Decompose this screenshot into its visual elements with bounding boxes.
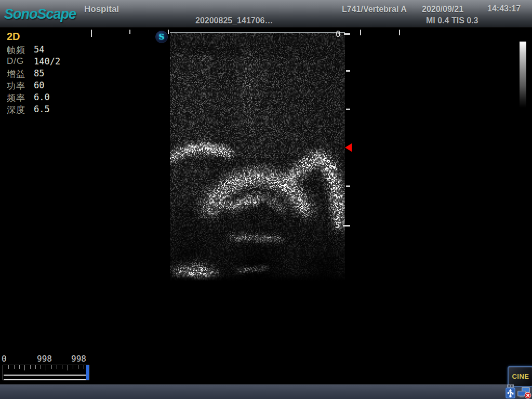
cine-current-number: 998 <box>37 354 52 364</box>
depth-label-0: 0 <box>336 29 341 39</box>
param-label: 频率 <box>7 92 33 104</box>
param-label: 帧频 <box>7 44 33 56</box>
cine-button[interactable]: CINE <box>508 366 532 387</box>
cine-scrubber[interactable] <box>3 365 89 380</box>
param-label: 深度 <box>7 104 33 116</box>
param-row-framerate: 帧频 54 <box>7 44 95 56</box>
cine-start-number: 0 <box>2 354 7 364</box>
cine-track-line <box>4 375 86 380</box>
network-disconnected-icon[interactable] <box>517 387 531 399</box>
hruler-tick <box>129 30 130 34</box>
focus-marker-icon[interactable] <box>345 143 352 152</box>
top-status-bar: SonoScape Hospital L741/Vertebral A 2020… <box>0 0 532 28</box>
hruler-tick <box>168 30 169 34</box>
param-label: 增益 <box>7 68 33 80</box>
depth-tick-2 <box>346 109 350 110</box>
hruler-tick <box>399 30 400 35</box>
depth-label-5: 5 <box>335 220 340 230</box>
cine-total-number: 998 <box>71 354 86 364</box>
taskbar <box>0 384 532 399</box>
usb-icon[interactable] <box>504 384 516 399</box>
hruler-tick-major <box>91 30 92 37</box>
hospital-name: Hospital <box>84 4 119 15</box>
param-value: 54 <box>34 44 44 55</box>
brand-logo: SonoScape <box>4 6 76 22</box>
orientation-letter: S <box>159 32 165 42</box>
depth-tick-5 <box>343 225 350 227</box>
param-row-frequency: 频率 6.0 <box>7 92 95 104</box>
system-time: 14:43:17 <box>487 4 521 14</box>
param-label: D/G <box>7 56 33 66</box>
probe-orientation-icon: S <box>155 31 168 43</box>
hruler-tick <box>360 30 361 35</box>
param-row-power: 功率 60 <box>7 80 95 92</box>
grayscale-reference-bar <box>520 42 526 108</box>
depth-tick-0 <box>344 33 350 35</box>
ultrasound-screen: SonoScape Hospital L741/Vertebral A 2020… <box>0 0 532 399</box>
system-date: 2020/09/21 <box>422 5 463 14</box>
param-value: 60 <box>34 80 44 90</box>
param-row-dg: D/G 140/2 <box>7 56 95 68</box>
param-value: 6.5 <box>34 104 50 114</box>
mi-tis-readout: MI 0.4 TIS 0.3 <box>426 16 478 25</box>
param-value: 140/2 <box>34 56 60 66</box>
exam-id: 20200825_141706… <box>195 16 273 25</box>
probe-preset: L741/Vertebral A <box>342 5 407 14</box>
ultrasound-image <box>170 33 345 281</box>
depth-tick-1 <box>346 70 350 72</box>
param-value: 85 <box>34 68 44 78</box>
cine-position-marker[interactable] <box>86 365 89 380</box>
depth-tick-4 <box>346 185 350 187</box>
param-row-depth: 深度 6.5 <box>7 104 95 116</box>
param-value: 6.0 <box>34 92 50 102</box>
param-row-gain: 增益 85 <box>7 68 95 80</box>
mode-label: 2D <box>7 31 20 43</box>
param-label: 功率 <box>7 80 33 92</box>
